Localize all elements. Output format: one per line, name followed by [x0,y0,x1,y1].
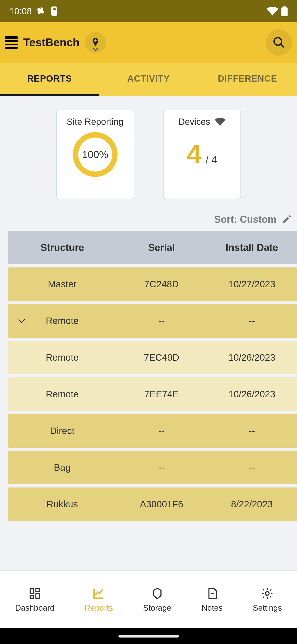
devices-count-value: 4 / 4 [187,138,217,169]
chevron-down-icon [92,48,98,51]
tab-reports[interactable]: REPORTS [0,62,99,96]
chevron-down-icon [18,318,25,324]
cell-install_date: 8/22/2023 [207,499,297,510]
nav-storage[interactable]: Storage [143,586,171,613]
reports-table: Structure Serial Install Date Master7C24… [0,231,297,521]
col-install-date: Install Date [207,242,297,253]
cell-install_date: 10/26/2023 [207,389,297,400]
tab-activity[interactable]: ACTIVITY [99,62,198,96]
settings-gear-icon [260,586,275,600]
nav-reports[interactable]: Reports [85,586,113,613]
cell-install_date: -- [207,426,297,436]
storage-icon [150,586,164,600]
site-name-title: TestBench [23,36,79,49]
cell-serial: 7C248D [116,279,207,290]
table-row[interactable]: Bag---- [8,451,297,484]
table-header: Structure Serial Install Date [8,231,297,264]
nav-settings[interactable]: Settings [253,586,282,613]
table-row[interactable]: Direct---- [8,414,297,448]
sort-label: Sort: Custom [214,214,277,225]
devices-total: 4 [211,154,217,166]
cell-serial: 7EE74E [116,389,207,400]
nav-dashboard[interactable]: Dashboard [15,586,54,613]
devices-title-text: Devices [178,117,210,127]
svg-point-0 [274,38,282,45]
android-status-bar: 10:08 [0,0,297,22]
app-logo-icon [5,36,18,49]
nav-notes[interactable]: Notes [202,586,223,613]
top-tabs: REPORTS ACTIVITY DIFFERENCE [0,62,297,96]
col-serial: Serial [116,242,207,253]
cell-structure: Rukkus [8,499,116,510]
cell-structure: Direct [8,426,116,436]
tab-difference[interactable]: DIFFERENCE [198,62,297,96]
nav-settings-label: Settings [253,603,282,613]
table-row[interactable]: Remote7EE74E10/26/2023 [8,378,297,411]
table-row[interactable]: Remote---- [8,304,297,338]
cell-serial: -- [116,462,207,473]
cell-structure: Master [8,279,116,290]
cell-structure: Remote [8,389,116,400]
status-app-icon [37,6,46,16]
table-row[interactable]: Remote7EC49D10/26/2023 [8,341,297,374]
nav-storage-label: Storage [143,603,171,613]
status-sim-icon [51,6,58,16]
app-header: TestBench [0,22,297,62]
cell-structure: Bag [8,462,116,473]
cell-serial: -- [116,316,207,326]
location-pin-icon [92,38,99,47]
notes-icon [205,586,219,600]
cell-structure: Remote [8,352,116,363]
cell-serial: A30001F6 [116,499,207,510]
table-row[interactable]: RukkusA30001F68/22/2023 [8,488,297,521]
nav-reports-label: Reports [85,603,113,613]
table-body: Master7C248D10/27/2023Remote----Remote7E… [8,264,297,521]
table-row[interactable]: Master7C248D10/27/2023 [8,268,297,301]
site-reporting-ring: 100% [73,132,118,177]
site-reporting-percent: 100% [82,148,108,160]
cell-serial: -- [116,426,207,436]
search-button[interactable] [266,29,292,56]
wifi-icon [267,7,278,16]
col-structure: Structure [8,242,116,253]
bottom-navigation: Dashboard Reports Storage Notes Settings [0,570,297,628]
svg-point-5 [266,592,269,595]
devices-count: 4 [187,138,202,169]
svg-rect-2 [36,589,39,592]
summary-cards-row: Site Reporting 100% Devices 4 / 4 [0,96,297,208]
devices-title: Devices [178,117,225,127]
nav-dashboard-label: Dashboard [15,603,54,613]
sort-row: Sort: Custom [0,208,297,231]
site-reporting-title: Site Reporting [67,117,123,127]
android-gesture-bar [0,628,297,644]
edit-sort-button[interactable] [281,214,292,224]
wifi-signal-icon [215,118,226,126]
status-time: 10:08 [9,6,32,16]
cell-install_date: 10/26/2023 [207,352,297,363]
site-reporting-card[interactable]: Site Reporting 100% [56,110,134,199]
svg-rect-3 [36,594,39,598]
reports-icon [92,586,106,600]
dashboard-icon [28,586,42,600]
nav-notes-label: Notes [202,603,223,613]
cell-serial: 7EC49D [116,352,207,363]
svg-rect-4 [30,596,34,598]
cell-install_date: 10/27/2023 [207,279,297,290]
search-icon [273,36,285,49]
cell-install_date: -- [207,316,297,326]
gesture-pill [118,635,179,638]
devices-card[interactable]: Devices 4 / 4 [163,110,241,199]
location-dropdown-button[interactable] [85,32,106,53]
devices-sep: / [206,154,211,166]
battery-icon [281,6,288,16]
cell-install_date: -- [207,462,297,473]
svg-rect-1 [30,589,34,594]
main-content: Site Reporting 100% Devices 4 / 4 [0,96,297,570]
